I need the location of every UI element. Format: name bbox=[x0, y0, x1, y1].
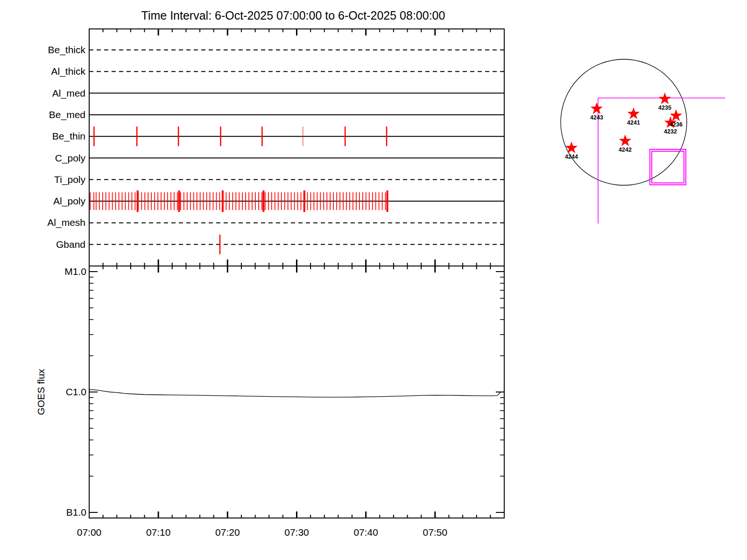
active-region-star bbox=[565, 141, 578, 153]
filter-row-label: C_poly bbox=[55, 153, 86, 164]
filter-row-label: Al_med bbox=[52, 88, 85, 99]
active-region-label: 4242 bbox=[619, 147, 632, 153]
active-region-label: 4241 bbox=[627, 119, 640, 126]
filter-row-label: Be_thick bbox=[48, 44, 85, 56]
active-region-star bbox=[627, 107, 640, 119]
goes-x-tick-label: 07:20 bbox=[215, 527, 240, 538]
goes-panel-border bbox=[89, 266, 504, 518]
active-region-label: 4232 bbox=[664, 128, 677, 135]
goes-ylabel: GOES flux bbox=[35, 369, 46, 415]
goes-y-tick-label: M1.0 bbox=[64, 266, 86, 277]
active-region-star bbox=[670, 109, 683, 121]
timeline-row-al_med: Al_med bbox=[52, 88, 504, 99]
filter-row-label: Al_poly bbox=[53, 196, 85, 207]
active-region-label: 4243 bbox=[590, 114, 603, 121]
filter-row-label: Be_med bbox=[49, 109, 85, 120]
goes-y-tick-label: B1.0 bbox=[66, 507, 86, 518]
filter-row-label: Ti_poly bbox=[54, 174, 85, 185]
goes-x-tick-label: 07:40 bbox=[353, 527, 378, 538]
timeline-row-be_thin: Be_thin bbox=[52, 126, 504, 146]
goes-x-tick-label: 07:50 bbox=[423, 527, 448, 538]
goes-flux-curve bbox=[89, 390, 504, 398]
filter-row-label: Gband bbox=[56, 239, 85, 250]
timeline-row-al_poly: Al_poly bbox=[53, 190, 504, 212]
solar-obs-figure: Time Interval: 6-Oct-2025 07:00:00 to 6-… bbox=[0, 0, 747, 560]
active-region-label: 4235 bbox=[658, 105, 671, 111]
active-region-label: 4236 bbox=[669, 121, 683, 128]
goes-x-tick-label: 07:00 bbox=[77, 527, 102, 538]
timeline-row-ti_poly: Ti_poly bbox=[54, 174, 504, 185]
filter-row-label: Al_mesh bbox=[47, 217, 85, 228]
timeline-panel-border bbox=[89, 29, 504, 266]
goes-x-tick-label: 07:30 bbox=[284, 527, 309, 538]
goes-y-tick-label: C1.0 bbox=[66, 386, 86, 397]
timeline-row-be_med: Be_med bbox=[49, 109, 504, 120]
active-region-star bbox=[619, 134, 632, 146]
figure-canvas: Time Interval: 6-Oct-2025 07:00:00 to 6-… bbox=[0, 0, 747, 560]
filter-row-label: Al_thick bbox=[51, 66, 85, 77]
timeline-row-be_thick: Be_thick bbox=[48, 44, 504, 56]
goes-flux-panel: 07:0007:1007:2007:3007:4007:50M1.0C1.0B1… bbox=[35, 266, 504, 538]
solar-disk-panel: 4235424342414236423242424244 bbox=[561, 59, 725, 224]
timeline-row-c_poly: C_poly bbox=[55, 153, 504, 164]
timeline-row-al_thick: Al_thick bbox=[51, 66, 504, 77]
filter-row-label: Be_thin bbox=[52, 131, 85, 142]
figure-title: Time Interval: 6-Oct-2025 07:00:00 to 6-… bbox=[141, 9, 445, 22]
timeline-row-gband: Gband bbox=[56, 235, 504, 254]
filter-timeline-panel: Be_thickAl_thickAl_medBe_medBe_thinC_pol… bbox=[47, 29, 504, 273]
active-region-star bbox=[591, 102, 603, 114]
goes-x-tick-label: 07:10 bbox=[146, 527, 171, 538]
active-region-label: 4244 bbox=[565, 154, 578, 160]
timeline-row-al_mesh: Al_mesh bbox=[47, 217, 504, 228]
